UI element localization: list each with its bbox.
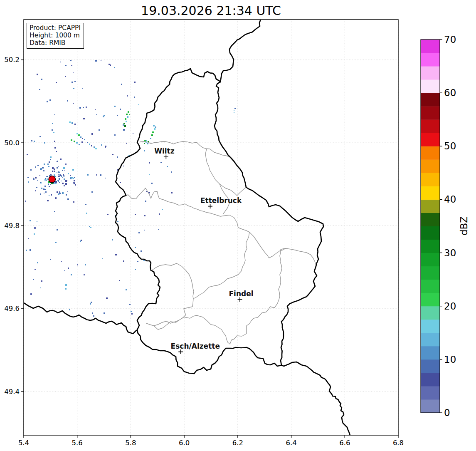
radar-echo-pixel: [120, 182, 121, 183]
radar-echo-pixel: [41, 79, 42, 80]
radar-echo-pixel: [48, 183, 49, 185]
radar-echo-pixel: [138, 104, 139, 105]
colorbar-segment: [421, 106, 440, 120]
radar-echo-pixel: [109, 64, 110, 65]
district-border: [140, 141, 234, 161]
radar-echo-pixel: [126, 121, 127, 122]
radar-echo-pixel: [47, 164, 49, 165]
colorbar-segment: [421, 133, 440, 146]
radar-echo-pixel: [131, 313, 133, 315]
radar-echo-pixel: [66, 194, 67, 196]
radar-echo-pixel: [83, 118, 85, 119]
colorbar-segment: [421, 213, 440, 226]
radar-echo-pixel: [49, 195, 49, 196]
timestamp-title: 19.03.2026 21:34 UTC: [24, 3, 398, 18]
data-source-label: Data: RMIB: [30, 39, 81, 47]
radar-echo-pixel: [37, 165, 39, 166]
colorbar-segment: [421, 280, 440, 293]
radar-echo-pixel: [82, 88, 83, 89]
colorbar-segment: [421, 226, 440, 240]
radar-echo-pixel: [67, 198, 69, 200]
radar-echo-pixel: [27, 177, 29, 178]
radar-echo-pixel: [34, 233, 35, 235]
radar-echo-pixel: [63, 174, 64, 175]
radar-echo-pixel: [44, 189, 46, 190]
city-label: Esch/Alzette: [171, 342, 220, 350]
radar-echo-pixel: [83, 107, 84, 108]
radar-echo-pixel: [62, 192, 64, 194]
radar-echo-pixel: [74, 180, 75, 181]
radar-echo-pixel: [39, 89, 40, 90]
radar-echo-pixel: [44, 164, 45, 165]
radar-echo-pixel: [72, 177, 73, 178]
radar-echo-pixel: [63, 167, 65, 169]
radar-echo-pixel: [112, 239, 113, 240]
radar-echo-pixel: [107, 214, 109, 215]
radar-echo-pixel: [155, 126, 156, 128]
radar-echo-pixel: [57, 161, 58, 161]
radar-echo-pixel: [135, 247, 136, 248]
radar-echo-pixel: [30, 293, 32, 295]
x-tick-label: 6.2: [232, 439, 243, 447]
radar-echo-pixel: [60, 175, 62, 176]
y-tick-label: 49.8: [4, 222, 20, 230]
radar-echo-pixel: [74, 177, 75, 178]
radar-echo-pixel: [35, 166, 36, 168]
radar-echo-pixel: [64, 178, 65, 180]
radar-echo-pixel: [126, 114, 128, 115]
radar-echo-pixel: [120, 109, 121, 110]
radar-echo-pixel: [87, 174, 89, 176]
radar-echo-pixel: [61, 181, 62, 181]
radar-echo-pixel: [101, 144, 102, 146]
x-tick-label: 6.8: [393, 439, 404, 447]
radar-echo-pixel: [55, 181, 57, 183]
radar-echo-pixel: [70, 177, 72, 178]
colorbar-segment: [421, 253, 440, 267]
radar-echo-pixel: [51, 194, 52, 196]
radar-echo-pixel: [48, 166, 49, 167]
colorbar-segment: [421, 53, 440, 67]
radar-echo-pixel: [126, 289, 127, 290]
district-border: [154, 248, 286, 344]
colorbar-segment: [421, 373, 440, 387]
radar-echo-pixel: [55, 183, 57, 184]
radar-echo-pixel: [57, 172, 57, 173]
radar-echo-pixel: [90, 227, 91, 228]
radar-echo-pixel: [68, 268, 69, 269]
radar-echo-pixel: [85, 204, 86, 205]
radar-echo-pixel: [99, 129, 100, 131]
radar-echo-pixel: [59, 182, 60, 183]
radar-echo-pixel: [115, 254, 117, 255]
radar-echo-pixel: [49, 161, 50, 163]
radar-echo-pixel: [54, 211, 55, 212]
radar-figure: 5.45.65.86.06.26.46.66.850.250.049.849.6…: [0, 0, 476, 451]
colorbar-tick-label: 70: [444, 34, 456, 45]
radar-echo-pixel: [41, 280, 42, 282]
radar-echo-pixel: [110, 64, 111, 66]
colorbar-segment: [421, 320, 440, 333]
radar-echo-pixel: [84, 274, 85, 275]
radar-echo-pixel: [145, 201, 146, 202]
radar-echo-pixel: [59, 193, 61, 194]
radar-echo-pixel: [55, 242, 57, 243]
colorbar-tick-label: 10: [444, 354, 456, 365]
radar-echo-pixel: [124, 125, 126, 127]
radar-echo-pixel: [92, 312, 93, 314]
radar-echo-pixel: [91, 145, 92, 146]
radar-echo-pixel: [112, 154, 113, 155]
radar-echo-pixel: [37, 262, 38, 263]
colorbar-segment: [421, 79, 440, 93]
radar-echo-pixel: [44, 193, 44, 193]
x-tick-label: 6.0: [179, 439, 190, 447]
radar-echo-pixel: [70, 175, 71, 176]
radar-echo-pixel: [73, 88, 74, 89]
radar-echo-pixel: [47, 101, 48, 102]
radar-echo-pixel: [75, 184, 76, 186]
radar-echo-pixel: [74, 141, 75, 142]
x-tick-label: 5.4: [18, 439, 29, 447]
radar-echo-pixel: [85, 264, 86, 265]
radar-echo-pixel: [144, 230, 145, 230]
radar-echo-pixel: [72, 122, 73, 124]
radar-echo-pixel: [40, 287, 41, 288]
radar-echo-pixel: [65, 164, 67, 165]
